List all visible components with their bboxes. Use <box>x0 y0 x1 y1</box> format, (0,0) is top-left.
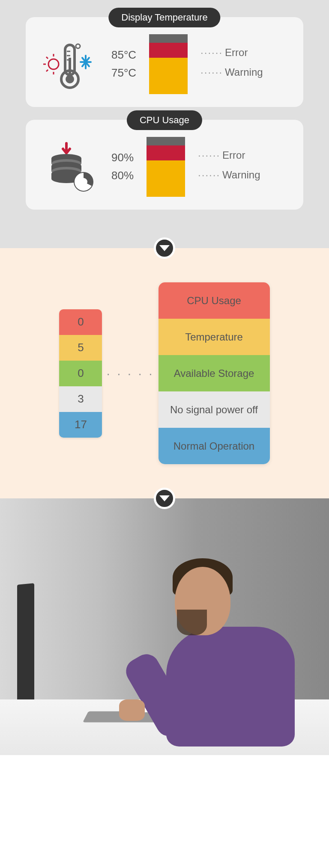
count-stack: 0 5 0 3 17 <box>59 309 102 438</box>
flow-arrow-wrap <box>0 237 329 259</box>
error-value: 85°C <box>111 46 136 64</box>
error-label-row: ······ Error <box>198 149 260 161</box>
card-title-pill: Display Temperature <box>108 8 220 27</box>
person-illustration <box>153 550 303 729</box>
warning-value: 80% <box>111 167 134 185</box>
cpu-disk-icon <box>43 141 99 193</box>
svg-rect-9 <box>69 58 71 79</box>
count-nosignal: 3 <box>59 386 102 412</box>
down-arrow-icon <box>154 237 175 259</box>
bar-warning-zone <box>147 145 185 160</box>
threshold-labels: ······ Error ······ Warning <box>200 47 263 78</box>
thresholds-section: Display Temperature <box>0 0 329 248</box>
thermometer-icon <box>43 39 99 90</box>
bar-error-zone <box>149 34 188 43</box>
threshold-values: 85°C 75°C <box>111 46 136 82</box>
leader-dots: ······ <box>200 47 223 59</box>
cat-storage: Available Storage <box>159 355 270 391</box>
warning-label-row: ······ Warning <box>198 169 260 181</box>
threshold-labels: ······ Error ······ Warning <box>198 149 260 181</box>
count-storage: 0 <box>59 361 102 386</box>
error-label-row: ······ Error <box>200 47 263 59</box>
count-temp: 5 <box>59 335 102 361</box>
bar-normal-zone <box>149 58 188 94</box>
cat-nosignal: No signal power off <box>159 391 270 428</box>
svg-point-13 <box>76 44 80 48</box>
threshold-values: 90% 80% <box>111 149 134 184</box>
bar-error-zone <box>147 137 185 145</box>
svg-line-5 <box>46 70 48 71</box>
down-arrow-icon <box>154 488 175 509</box>
bar-normal-zone <box>147 160 185 197</box>
error-label: Error <box>225 47 248 59</box>
svg-line-4 <box>46 57 48 59</box>
card-content: 90% 80% ······ Error ······ Warning <box>43 137 286 197</box>
cat-temp: Temperature <box>159 319 270 355</box>
cat-cpu: CPU Usage <box>159 282 270 319</box>
warning-value: 75°C <box>111 64 136 82</box>
error-label: Error <box>222 149 245 161</box>
warning-label: Warning <box>222 169 260 181</box>
connector-dots: · · · · · <box>106 366 154 381</box>
warning-label: Warning <box>225 66 263 78</box>
leader-dots: ······ <box>200 66 223 78</box>
bar-warning-zone <box>149 43 188 58</box>
threshold-bar <box>147 137 185 197</box>
card-content: 85°C 75°C ······ Error ······ Warning <box>43 34 286 94</box>
flow-arrow-wrap <box>0 488 329 509</box>
warning-label-row: ······ Warning <box>200 66 263 78</box>
leader-dots: ······ <box>198 169 220 181</box>
count-cpu: 0 <box>59 309 102 335</box>
svg-point-0 <box>48 59 59 69</box>
threshold-bar <box>149 34 188 94</box>
error-value: 90% <box>111 149 134 167</box>
cpu-usage-card: CPU Usage <box>26 120 303 210</box>
card-title-pill: CPU Usage <box>127 110 202 130</box>
count-normal: 17 <box>59 412 102 438</box>
cat-normal: Normal Operation <box>159 428 270 464</box>
operator-photo <box>0 498 329 755</box>
svg-point-24 <box>80 178 87 186</box>
display-temperature-card: Display Temperature <box>26 17 303 107</box>
status-breakdown-section: 0 5 0 3 17 · · · · · CPU Usage Temperatu… <box>0 248 329 498</box>
category-stack: CPU Usage Temperature Available Storage … <box>159 282 270 464</box>
leader-dots: ······ <box>198 149 220 161</box>
